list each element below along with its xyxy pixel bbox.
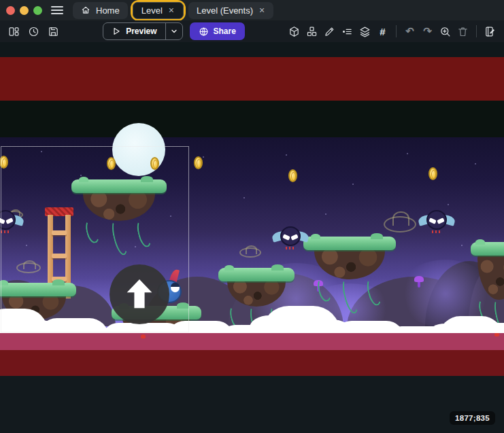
tab-level[interactable]: Level × xyxy=(133,2,184,19)
tab-bar: Home Level × Level (Events) × xyxy=(73,0,273,20)
floating-island-platform[interactable] xyxy=(303,237,396,279)
tab-home-label: Home xyxy=(96,5,120,16)
bat-enemy-sprite[interactable] xyxy=(274,226,307,254)
redo-icon[interactable]: ↷ xyxy=(419,23,436,40)
chevron-down-icon xyxy=(170,27,178,35)
toolbar-separator xyxy=(396,25,397,37)
star-dot xyxy=(352,184,354,185)
tab-home[interactable]: Home xyxy=(73,2,128,19)
island-dirt xyxy=(477,252,504,300)
tab-level-label: Level xyxy=(141,5,163,16)
level-editor-canvas[interactable]: 1877;835 xyxy=(0,42,504,433)
cursor-coordinates: 1877;835 xyxy=(450,411,495,425)
share-button-label: Share xyxy=(214,27,236,36)
bat-feet xyxy=(286,247,295,249)
tab-level-events-label: Level (Events) xyxy=(197,5,253,16)
canvas-letterbox-bottom xyxy=(0,376,504,433)
cube-icon[interactable] xyxy=(286,23,303,40)
instances-list-icon[interactable] xyxy=(339,23,356,40)
ground-pink-band xyxy=(0,333,504,350)
island-dirt xyxy=(314,247,384,279)
tab-level-events[interactable]: Level (Events) × xyxy=(188,2,273,19)
bat-feet xyxy=(432,230,441,233)
star-dot xyxy=(475,163,476,164)
object-groups-icon[interactable] xyxy=(303,23,320,40)
star-dot xyxy=(243,197,245,198)
tutorial-highlight-frame: Level × xyxy=(133,2,184,19)
island-dirt xyxy=(227,278,285,307)
toolbar-right-group: # ↶ ↷ xyxy=(286,23,499,40)
pencil-icon[interactable] xyxy=(321,23,338,40)
trash-icon[interactable] xyxy=(454,23,471,40)
coin-sprite[interactable] xyxy=(288,169,297,182)
globe-icon xyxy=(199,27,209,37)
floating-island-platform[interactable] xyxy=(218,268,295,307)
zoom-window-button[interactable] xyxy=(33,6,42,15)
island-grass xyxy=(471,242,504,256)
titlebar: Home Level × Level (Events) × xyxy=(0,0,504,20)
island-grass xyxy=(303,237,396,250)
coin-sprite[interactable] xyxy=(194,156,203,169)
arrow-up-icon xyxy=(126,279,153,309)
jump-button-control[interactable] xyxy=(110,264,169,324)
sky-layer xyxy=(0,42,504,333)
floating-island-platform[interactable] xyxy=(471,242,504,300)
minimize-window-button[interactable] xyxy=(20,6,29,15)
save-icon[interactable] xyxy=(45,23,62,40)
star-dot xyxy=(203,156,204,158)
grid-icon[interactable]: # xyxy=(374,23,391,40)
flame-decoration xyxy=(141,334,146,339)
toolbar-separator xyxy=(476,25,477,37)
toolbar: Preview Share xyxy=(0,20,504,42)
panels-icon[interactable] xyxy=(5,23,22,40)
preview-button-label: Preview xyxy=(126,27,156,36)
app-window: Home Level × Level (Events) × xyxy=(0,0,504,433)
home-icon xyxy=(81,5,90,15)
close-icon[interactable]: × xyxy=(168,5,175,15)
star-dot xyxy=(461,245,463,246)
ufo-outline-decoration xyxy=(239,247,261,258)
window-controls xyxy=(6,6,42,15)
preview-button[interactable]: Preview xyxy=(103,22,182,40)
island-grass xyxy=(218,268,295,281)
bat-enemy-sprite[interactable] xyxy=(420,209,453,238)
close-window-button[interactable] xyxy=(6,6,15,15)
ground-crimson-band xyxy=(0,350,504,376)
undo-icon[interactable]: ↶ xyxy=(401,23,418,40)
history-icon[interactable] xyxy=(25,23,42,40)
close-icon[interactable]: × xyxy=(258,5,265,15)
star-dot xyxy=(407,153,408,154)
edit-events-icon[interactable] xyxy=(482,23,499,40)
zoom-in-icon[interactable] xyxy=(437,23,454,40)
layers-icon[interactable] xyxy=(356,23,373,40)
star-dot xyxy=(325,213,326,215)
preview-button-main[interactable]: Preview xyxy=(103,27,165,36)
coin-sprite[interactable] xyxy=(429,167,437,180)
play-icon xyxy=(112,27,121,36)
mushroom-decoration xyxy=(414,276,424,288)
star-dot xyxy=(448,204,449,205)
preview-options-dropdown[interactable] xyxy=(166,23,182,39)
star-dot xyxy=(286,154,287,156)
share-button[interactable]: Share xyxy=(190,22,245,40)
ufo-outline-decoration xyxy=(384,216,416,232)
toolbar-left-group xyxy=(5,23,62,40)
main-menu-icon[interactable] xyxy=(51,6,63,14)
